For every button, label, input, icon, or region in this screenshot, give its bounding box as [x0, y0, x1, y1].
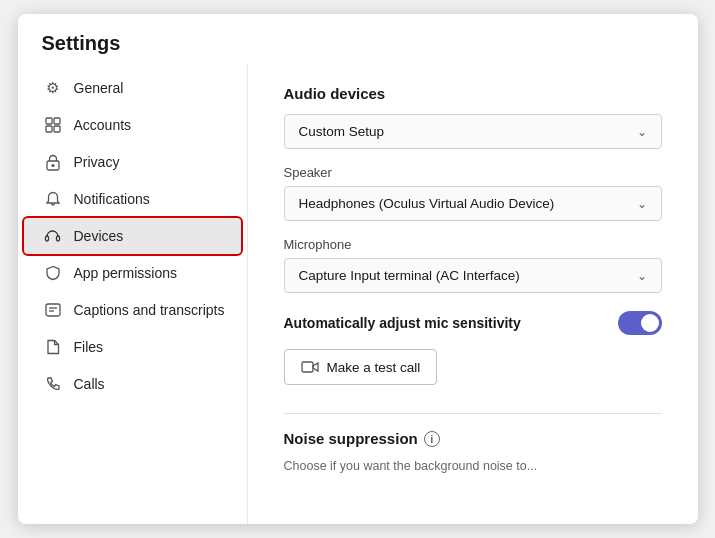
video-call-icon [301, 358, 319, 376]
speaker-label: Speaker [284, 165, 662, 180]
chevron-down-icon: ⌄ [637, 125, 647, 139]
svg-rect-7 [57, 236, 60, 241]
app-permissions-icon [44, 264, 62, 282]
auto-adjust-label: Automatically adjust mic sensitivity [284, 315, 521, 331]
sidebar-label-calls: Calls [74, 376, 105, 392]
info-icon[interactable]: i [424, 431, 440, 447]
notifications-icon [44, 190, 62, 208]
sidebar-label-general: General [74, 80, 124, 96]
main-content: Audio devices Custom Setup ⌄ Speaker Hea… [248, 65, 698, 524]
files-icon [44, 338, 62, 356]
captions-icon [44, 301, 62, 319]
sidebar-item-calls[interactable]: Calls [24, 366, 241, 402]
sidebar-label-devices: Devices [74, 228, 124, 244]
microphone-value: Capture Input terminal (AC Interface) [299, 268, 520, 283]
calls-icon [44, 375, 62, 393]
sidebar-item-files[interactable]: Files [24, 329, 241, 365]
svg-rect-2 [46, 126, 52, 132]
audio-setup-dropdown-row: Custom Setup ⌄ [284, 114, 662, 149]
window-title: Settings [18, 14, 698, 65]
svg-point-5 [51, 164, 54, 167]
svg-rect-6 [46, 236, 49, 241]
microphone-dropdown-row: Microphone Capture Input terminal (AC In… [284, 237, 662, 293]
svg-rect-1 [54, 118, 60, 124]
svg-rect-11 [302, 362, 313, 372]
noise-suppression-heading: Noise suppression i [284, 430, 662, 447]
sidebar-label-notifications: Notifications [74, 191, 150, 207]
microphone-label: Microphone [284, 237, 662, 252]
sidebar-item-accounts[interactable]: Accounts [24, 107, 241, 143]
sidebar-label-captions: Captions and transcripts [74, 302, 225, 318]
sidebar-label-privacy: Privacy [74, 154, 120, 170]
sidebar-item-app-permissions[interactable]: App permissions [24, 255, 241, 291]
sidebar-item-devices[interactable]: Devices [24, 218, 241, 254]
speaker-value: Headphones (Oculus Virtual Audio Device) [299, 196, 555, 211]
speaker-dropdown-row: Speaker Headphones (Oculus Virtual Audio… [284, 165, 662, 221]
privacy-icon [44, 153, 62, 171]
sidebar-item-notifications[interactable]: Notifications [24, 181, 241, 217]
settings-window: Settings ⚙ General Accounts [18, 14, 698, 524]
sidebar: ⚙ General Accounts [18, 65, 248, 524]
svg-rect-8 [46, 304, 60, 316]
auto-adjust-row: Automatically adjust mic sensitivity [284, 311, 662, 335]
svg-rect-0 [46, 118, 52, 124]
microphone-dropdown[interactable]: Capture Input terminal (AC Interface) ⌄ [284, 258, 662, 293]
general-icon: ⚙ [44, 79, 62, 97]
audio-setup-value: Custom Setup [299, 124, 385, 139]
window-body: ⚙ General Accounts [18, 65, 698, 524]
audio-setup-dropdown[interactable]: Custom Setup ⌄ [284, 114, 662, 149]
devices-icon [44, 227, 62, 245]
chevron-down-icon-mic: ⌄ [637, 269, 647, 283]
svg-rect-3 [54, 126, 60, 132]
sidebar-item-captions[interactable]: Captions and transcripts [24, 292, 241, 328]
audio-devices-heading: Audio devices [284, 85, 662, 102]
accounts-icon [44, 116, 62, 134]
noise-suppression-label: Noise suppression [284, 430, 418, 447]
speaker-dropdown[interactable]: Headphones (Oculus Virtual Audio Device)… [284, 186, 662, 221]
chevron-down-icon-speaker: ⌄ [637, 197, 647, 211]
test-call-button[interactable]: Make a test call [284, 349, 438, 385]
auto-adjust-toggle[interactable] [618, 311, 662, 335]
sidebar-label-files: Files [74, 339, 104, 355]
noise-suppression-sub: Choose if you want the background noise … [284, 459, 662, 473]
sidebar-label-accounts: Accounts [74, 117, 132, 133]
test-call-label: Make a test call [327, 360, 421, 375]
sidebar-item-general[interactable]: ⚙ General [24, 70, 241, 106]
sidebar-label-app-permissions: App permissions [74, 265, 178, 281]
sidebar-item-privacy[interactable]: Privacy [24, 144, 241, 180]
noise-suppression-section: Noise suppression i Choose if you want t… [284, 430, 662, 473]
section-divider [284, 413, 662, 414]
